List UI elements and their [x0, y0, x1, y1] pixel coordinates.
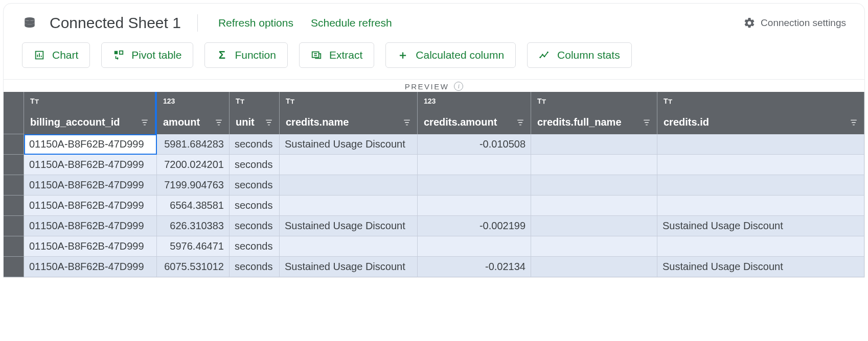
cell[interactable]: -0.002199	[418, 216, 531, 236]
column-name: amount	[163, 116, 200, 128]
info-icon[interactable]: i	[454, 82, 463, 91]
row-header[interactable]	[4, 134, 24, 155]
cell[interactable]	[531, 155, 657, 175]
cell[interactable]	[531, 216, 657, 236]
row-header[interactable]	[4, 236, 24, 257]
row-header[interactable]	[4, 196, 24, 216]
svg-point-5	[542, 54, 543, 56]
column-header-credits-amount[interactable]: 123credits.amount	[418, 92, 531, 134]
cell[interactable]: 01150A-B8F62B-47D999	[24, 134, 157, 155]
filter-icon[interactable]	[516, 118, 524, 127]
cell[interactable]: 6564.38581	[157, 196, 230, 216]
cell[interactable]	[418, 236, 531, 257]
cell[interactable]	[280, 236, 418, 257]
svg-rect-2	[120, 51, 123, 54]
cell[interactable]: seconds	[230, 216, 280, 236]
cell[interactable]: -0.010508	[418, 134, 531, 155]
schedule-refresh-link[interactable]: Schedule refresh	[307, 14, 396, 32]
cell[interactable]	[531, 196, 657, 216]
column-stats-button[interactable]: Column stats	[527, 42, 632, 68]
cell[interactable]: 01150A-B8F62B-47D999	[24, 175, 157, 196]
cell[interactable]	[657, 196, 864, 216]
cell[interactable]: Sustained Usage Discount	[280, 216, 418, 236]
cell[interactable]: 5976.46471	[157, 236, 230, 257]
plus-icon: ＋	[397, 50, 408, 61]
cell[interactable]: 5981.684283	[157, 134, 230, 155]
cell[interactable]	[280, 155, 418, 175]
function-button[interactable]: Σ Function	[204, 42, 288, 68]
database-icon	[22, 16, 37, 30]
column-header-amount[interactable]: 123amount	[157, 92, 230, 134]
cell[interactable]: seconds	[230, 257, 280, 277]
cell[interactable]: 01150A-B8F62B-47D999	[24, 216, 157, 236]
filter-icon[interactable]	[403, 118, 411, 127]
column-name: credits.full_name	[537, 116, 622, 128]
corner-cell[interactable]	[4, 92, 24, 134]
cell[interactable]	[531, 134, 657, 155]
column-name: credits.id	[664, 116, 709, 128]
row-header[interactable]	[4, 175, 24, 196]
cell[interactable]: 626.310383	[157, 216, 230, 236]
sigma-icon: Σ	[216, 50, 227, 61]
cell[interactable]	[418, 175, 531, 196]
cell[interactable]: 01150A-B8F62B-47D999	[24, 236, 157, 257]
cell[interactable]: 7199.904763	[157, 175, 230, 196]
cell[interactable]	[280, 175, 418, 196]
cell[interactable]	[657, 236, 864, 257]
gear-icon	[743, 17, 756, 29]
filter-icon[interactable]	[265, 118, 273, 127]
cell[interactable]: Sustained Usage Discount	[280, 257, 418, 277]
cell[interactable]: seconds	[230, 175, 280, 196]
svg-rect-1	[115, 51, 118, 54]
cell[interactable]: seconds	[230, 196, 280, 216]
cell[interactable]	[531, 236, 657, 257]
cell[interactable]: seconds	[230, 236, 280, 257]
cell[interactable]	[657, 134, 864, 155]
filter-icon[interactable]	[141, 118, 149, 127]
svg-point-4	[539, 57, 541, 58]
cell[interactable]	[280, 196, 418, 216]
row-header[interactable]	[4, 257, 24, 277]
svg-rect-3	[312, 52, 319, 58]
refresh-options-link[interactable]: Refresh options	[214, 14, 298, 32]
cell[interactable]: 01150A-B8F62B-47D999	[24, 257, 157, 277]
cell[interactable]	[531, 257, 657, 277]
cell[interactable]: seconds	[230, 155, 280, 175]
row-header[interactable]	[4, 216, 24, 236]
column-header-credits-full_name[interactable]: Tᴛcredits.full_name	[531, 92, 657, 134]
column-header-billing_account_id[interactable]: Tᴛbilling_account_id	[24, 92, 157, 134]
cell[interactable]: -0.02134	[418, 257, 531, 277]
cell[interactable]: seconds	[230, 134, 280, 155]
cell[interactable]: 01150A-B8F62B-47D999	[24, 196, 157, 216]
column-header-credits-name[interactable]: Tᴛcredits.name	[280, 92, 418, 134]
column-header-credits-id[interactable]: Tᴛcredits.id	[657, 92, 864, 134]
stats-label: Column stats	[557, 49, 620, 61]
toolbar: Chart Pivot table Σ Function Extract ＋ C…	[4, 38, 864, 80]
svg-point-0	[25, 17, 35, 21]
pivot-table-button[interactable]: Pivot table	[101, 42, 193, 68]
cell[interactable]: Sustained Usage Discount	[657, 257, 864, 277]
filter-icon[interactable]	[643, 118, 651, 127]
row-header[interactable]	[4, 155, 24, 175]
extract-button[interactable]: Extract	[299, 42, 374, 68]
cell[interactable]: Sustained Usage Discount	[280, 134, 418, 155]
filter-icon[interactable]	[850, 118, 858, 127]
cell[interactable]	[657, 155, 864, 175]
extract-icon	[311, 50, 322, 61]
cell[interactable]	[418, 196, 531, 216]
chart-button[interactable]: Chart	[22, 42, 90, 68]
cell[interactable]: 01150A-B8F62B-47D999	[24, 155, 157, 175]
cell[interactable]: 7200.024201	[157, 155, 230, 175]
column-type-icon: 123	[163, 97, 223, 105]
filter-icon[interactable]	[215, 118, 223, 127]
table-row: 01150A-B8F62B-47D9995976.46471seconds	[4, 236, 864, 257]
calculated-column-button[interactable]: ＋ Calculated column	[385, 42, 516, 68]
cell[interactable]	[657, 175, 864, 196]
cell[interactable]: Sustained Usage Discount	[657, 216, 864, 236]
sheet-title: Connected Sheet 1	[50, 14, 181, 32]
connection-settings-button[interactable]: Connection settings	[743, 17, 846, 29]
cell[interactable]	[418, 155, 531, 175]
column-header-unit[interactable]: Tᴛunit	[230, 92, 280, 134]
cell[interactable]	[531, 175, 657, 196]
cell[interactable]: 6075.531012	[157, 257, 230, 277]
